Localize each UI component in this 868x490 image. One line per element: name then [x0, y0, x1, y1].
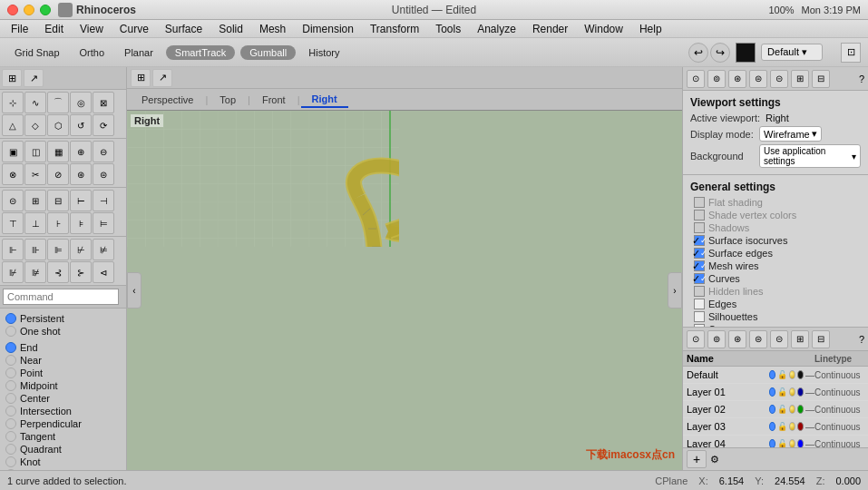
- tool-9[interactable]: ↺: [70, 114, 92, 136]
- checkbox-1[interactable]: [694, 210, 705, 220]
- menu-curve[interactable]: Curve: [112, 21, 156, 37]
- tool-10[interactable]: ⟳: [93, 114, 114, 136]
- forward-button[interactable]: ↪: [710, 43, 730, 63]
- checkbox-row-3[interactable]: ✓Surface isocurves: [690, 235, 861, 246]
- tool-39[interactable]: ⊱: [70, 261, 92, 283]
- command-input[interactable]: [3, 289, 119, 305]
- tool-18[interactable]: ⊘: [47, 163, 69, 185]
- tool-28[interactable]: ⊦: [47, 212, 69, 234]
- planar-button[interactable]: Planar: [117, 45, 161, 60]
- tool-19[interactable]: ⊛: [70, 163, 92, 185]
- snap-item-quadrant[interactable]: Quadrant: [5, 443, 121, 456]
- snap-item-knot[interactable]: Knot: [5, 456, 121, 468]
- display-mode-dropdown[interactable]: Wireframe ▾: [759, 126, 822, 142]
- menu-edit[interactable]: Edit: [37, 21, 71, 37]
- layer-visibility-0[interactable]: [769, 370, 775, 379]
- tool-15[interactable]: ⊖: [93, 141, 114, 162]
- tool-17[interactable]: ✂: [24, 163, 46, 185]
- snap-item-near[interactable]: Near: [5, 354, 121, 367]
- tool-12[interactable]: ◫: [24, 141, 46, 162]
- layer-row[interactable]: Layer 01🔓—Continuous: [683, 384, 868, 401]
- menu-render[interactable]: Render: [525, 21, 575, 37]
- layer-btn-2[interactable]: ⊚: [707, 330, 726, 348]
- layer-btn-7[interactable]: ⊟: [812, 330, 830, 348]
- tool-14[interactable]: ⊕: [70, 141, 92, 162]
- tab-front[interactable]: Front: [251, 92, 297, 107]
- panel-btn-5[interactable]: ⊝: [770, 70, 788, 88]
- snap-item-vertex[interactable]: Vertex: [5, 468, 121, 470]
- tool-27[interactable]: ⊥: [24, 212, 46, 234]
- snap-item-perpendicular[interactable]: Perpendicular: [5, 417, 121, 430]
- layer-material-2[interactable]: [789, 405, 795, 414]
- layer-color-2[interactable]: [797, 405, 804, 414]
- checkbox-5[interactable]: ✓: [694, 260, 705, 271]
- panel-help-btn[interactable]: ?: [859, 74, 864, 84]
- checkbox-0[interactable]: [694, 197, 705, 208]
- tool-37[interactable]: ⊯: [24, 261, 46, 283]
- layer-row[interactable]: Layer 03🔓—Continuous: [683, 418, 868, 436]
- panel-btn-2[interactable]: ⊚: [707, 70, 726, 88]
- layer-row[interactable]: Layer 04🔓—Continuous: [683, 436, 868, 447]
- tool-20[interactable]: ⊜: [93, 163, 114, 185]
- checkbox-row-7[interactable]: Hidden lines: [690, 286, 861, 297]
- menu-tools[interactable]: Tools: [428, 21, 468, 37]
- tool-8[interactable]: ⬡: [47, 114, 69, 136]
- tool-22[interactable]: ⊞: [24, 190, 46, 211]
- layer-lock-4[interactable]: 🔓: [777, 437, 787, 447]
- tool-7[interactable]: ◇: [24, 114, 46, 136]
- select-btn[interactable]: ↗: [24, 69, 44, 87]
- layer-color-3[interactable]: [797, 422, 804, 431]
- maximize-button[interactable]: [40, 5, 51, 15]
- panel-btn-7[interactable]: ⊟: [812, 70, 830, 88]
- layer-line-4[interactable]: —: [805, 437, 814, 447]
- layer-lock-3[interactable]: 🔓: [777, 420, 787, 433]
- tool-38[interactable]: ⊰: [47, 261, 69, 283]
- close-button[interactable]: [7, 5, 18, 15]
- viewport-dropdown[interactable]: Default ▾: [761, 44, 823, 61]
- tool-26[interactable]: ⊤: [2, 212, 24, 234]
- layer-color-4[interactable]: [797, 439, 804, 447]
- menu-view[interactable]: View: [73, 21, 111, 37]
- layer-material-0[interactable]: [789, 370, 795, 379]
- layer-color-0[interactable]: [797, 370, 804, 379]
- checkbox-8[interactable]: [694, 299, 705, 309]
- vp-layout-btn[interactable]: ⊞: [131, 69, 151, 87]
- layer-btn-6[interactable]: ⊞: [791, 330, 809, 348]
- vp-select-btn[interactable]: ↗: [152, 69, 172, 87]
- tool-32[interactable]: ⊪: [24, 239, 46, 260]
- checkbox-row-0[interactable]: Flat shading: [690, 197, 861, 208]
- layer-visibility-2[interactable]: [769, 405, 775, 414]
- tool-36[interactable]: ⊮: [2, 261, 24, 283]
- tool-31[interactable]: ⊩: [2, 239, 24, 260]
- layer-btn-4[interactable]: ⊜: [749, 330, 767, 348]
- tool-23[interactable]: ⊟: [47, 190, 69, 211]
- checkbox-4[interactable]: ✓: [694, 248, 705, 259]
- tool-33[interactable]: ⊫: [47, 239, 69, 260]
- snap-item-point[interactable]: Point: [5, 367, 121, 379]
- checkbox-row-8[interactable]: Edges: [690, 299, 861, 309]
- menu-surface[interactable]: Surface: [158, 21, 210, 37]
- menu-file[interactable]: File: [4, 21, 35, 37]
- panel-btn-3[interactable]: ⊛: [728, 70, 746, 88]
- color-swatch[interactable]: [736, 43, 756, 63]
- tool-3[interactable]: ⌒: [47, 92, 69, 113]
- snap-item-midpoint[interactable]: Midpoint: [5, 379, 121, 392]
- layer-btn-5[interactable]: ⊝: [770, 330, 788, 348]
- checkbox-9[interactable]: [694, 311, 705, 322]
- persistent-radio[interactable]: Persistent: [5, 312, 121, 325]
- layer-btn-1[interactable]: ⊙: [687, 330, 705, 348]
- snap-item-intersection[interactable]: Intersection: [5, 405, 121, 417]
- tab-right[interactable]: Right: [301, 91, 348, 108]
- checkbox-row-9[interactable]: Silhouettes: [690, 311, 861, 322]
- gumball-button[interactable]: Gumball: [240, 45, 296, 60]
- tool-34[interactable]: ⊬: [70, 239, 92, 260]
- layer-row[interactable]: Layer 02🔓—Continuous: [683, 401, 868, 418]
- menu-solid[interactable]: Solid: [211, 21, 250, 37]
- panel-btn-4[interactable]: ⊜: [749, 70, 767, 88]
- checkbox-row-1[interactable]: Shade vertex colors: [690, 210, 861, 220]
- menu-help[interactable]: Help: [632, 21, 669, 37]
- layer-settings-btn[interactable]: ⚙: [710, 454, 719, 466]
- layer-material-3[interactable]: [789, 422, 795, 431]
- checkbox-row-2[interactable]: Shadows: [690, 222, 861, 233]
- layer-lock-2[interactable]: 🔓: [777, 403, 787, 416]
